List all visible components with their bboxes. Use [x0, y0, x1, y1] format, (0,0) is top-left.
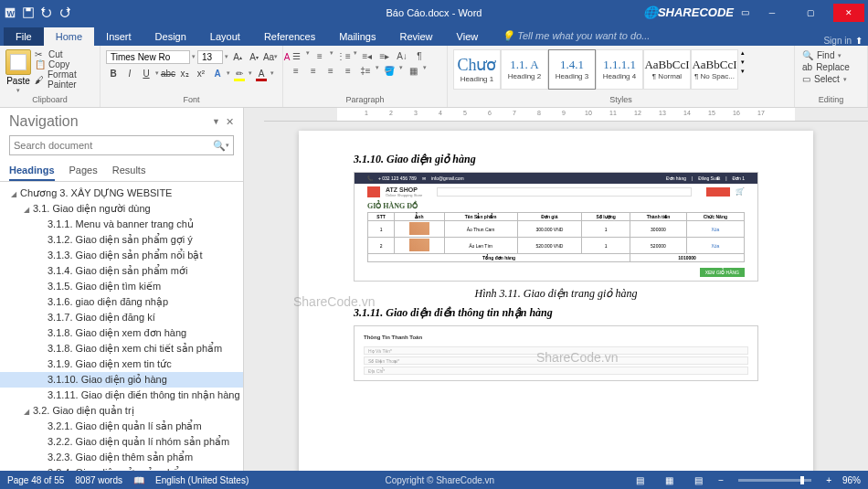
tree-item[interactable]: 3.1.7. Giao diện đăng kí: [0, 310, 243, 325]
superscript-button[interactable]: x²: [194, 66, 208, 80]
search-input[interactable]: [14, 140, 213, 151]
search-icon[interactable]: 🔍: [213, 140, 226, 152]
italic-button[interactable]: I: [122, 66, 137, 80]
nav-dropdown-icon[interactable]: ▼: [212, 117, 220, 126]
read-mode-icon[interactable]: ▤: [630, 473, 649, 486]
font-color-icon[interactable]: A: [254, 66, 269, 80]
tree-item[interactable]: 3.1.9. Giao diện xem tin tức: [0, 356, 243, 372]
nav-tree[interactable]: ◢Chương 3. XÂY DỰNG WEBSITE◢3.1. Giao di…: [0, 182, 243, 471]
increase-indent-icon[interactable]: ≡▸: [377, 49, 392, 62]
highlight-icon[interactable]: ✏: [232, 66, 247, 80]
justify-icon[interactable]: ≡: [341, 64, 355, 77]
undo-icon[interactable]: [40, 6, 53, 19]
tree-item[interactable]: ◢3.2. Giao diện quản trị: [0, 403, 243, 419]
align-left-icon[interactable]: ≡: [289, 64, 303, 77]
nav-tab-pages[interactable]: Pages: [69, 161, 98, 181]
status-language[interactable]: English (United States): [155, 475, 249, 485]
multilevel-icon[interactable]: ⋮≡: [336, 49, 351, 62]
maximize-button[interactable]: ▢: [795, 4, 826, 22]
tree-item[interactable]: 3.1.8. Giao diện xem chi tiết sản phẩm: [0, 341, 243, 356]
sign-in-placeholder[interactable]: Sign in: [823, 36, 852, 46]
tellme-search[interactable]: 💡 Tell me what you want to do...: [490, 27, 662, 46]
tab-file[interactable]: File: [4, 27, 44, 46]
format-painter-button[interactable]: 🖌Format Painter: [35, 69, 101, 90]
tree-item[interactable]: 3.1.3. Giao diện sản phẩm nổi bật: [0, 248, 243, 263]
change-case-icon[interactable]: Aa▾: [263, 49, 278, 64]
tree-item[interactable]: 3.1.1. Menu và banner trang chủ: [0, 217, 243, 232]
zoom-out-button[interactable]: −: [718, 475, 724, 485]
style--normal[interactable]: AaBbCcI¶ Normal: [643, 49, 691, 90]
line-spacing-icon[interactable]: ‡≡: [358, 64, 373, 77]
tree-item[interactable]: ◢3.1. Giao diện người dùng: [0, 201, 243, 217]
zoom-in-button[interactable]: +: [826, 475, 831, 485]
tree-item[interactable]: 3.1.11. Giao diện điền thông tin nhận hà…: [0, 388, 243, 403]
tab-mailings[interactable]: Mailings: [327, 27, 387, 46]
ribbon-display-icon[interactable]: ▭: [741, 7, 749, 17]
strike-button[interactable]: abc: [161, 66, 175, 80]
select-button[interactable]: ▭Select▾: [800, 73, 855, 85]
bold-button[interactable]: B: [106, 66, 121, 80]
minimize-button[interactable]: ─: [757, 4, 788, 22]
find-button[interactable]: 🔍Find▾: [800, 49, 855, 61]
web-layout-icon[interactable]: ▤: [689, 473, 707, 486]
print-layout-icon[interactable]: ▦: [660, 473, 678, 486]
tree-item[interactable]: 3.1.8. Giao diện xem đơn hàng: [0, 325, 243, 341]
tree-item[interactable]: 3.2.2. Giao diện quản lí nhóm sản phẩm: [0, 434, 243, 450]
tab-references[interactable]: References: [252, 27, 327, 46]
font-name-select[interactable]: Times New Ro: [106, 50, 190, 64]
styles-more-button[interactable]: ▴▾▾: [738, 49, 747, 75]
tree-item[interactable]: ◢Chương 3. XÂY DỰNG WEBSITE: [0, 186, 243, 201]
tree-item[interactable]: 3.2.3. Giao diện thêm sản phẩm: [0, 450, 243, 465]
borders-icon[interactable]: ▦: [406, 64, 420, 77]
tree-item[interactable]: 3.1.6. giao diện đăng nhập: [0, 294, 243, 310]
nav-tab-headings[interactable]: Headings: [9, 161, 55, 181]
document-view[interactable]: 1234567891011121314151617 3.1.10. Giao d…: [244, 108, 868, 471]
zoom-level[interactable]: 96%: [842, 475, 861, 485]
font-size-select[interactable]: 13: [197, 50, 223, 64]
tab-design[interactable]: Design: [143, 27, 198, 46]
tab-review[interactable]: Review: [388, 27, 445, 46]
bullets-icon[interactable]: ☰: [289, 49, 303, 62]
replace-button[interactable]: abReplace: [800, 61, 855, 73]
share-button[interactable]: ⬆: [855, 36, 863, 46]
subscript-button[interactable]: x₂: [177, 66, 192, 80]
show-marks-icon[interactable]: ¶: [412, 49, 427, 62]
shrink-font-icon[interactable]: A▾: [247, 49, 261, 64]
grow-font-icon[interactable]: A▴: [230, 49, 245, 64]
underline-button[interactable]: U: [139, 66, 153, 80]
save-icon[interactable]: [22, 6, 35, 19]
style-heading-2[interactable]: 1.1. AHeading 2: [501, 49, 548, 90]
tree-item[interactable]: 3.2.4. Giao diện sửa sản phẩm: [0, 465, 243, 471]
zoom-slider[interactable]: [738, 479, 811, 482]
numbering-icon[interactable]: ≡: [312, 49, 327, 62]
copy-button[interactable]: 📋Copy: [35, 59, 101, 69]
tree-item[interactable]: 3.1.5. Giao diện tìm kiếm: [0, 279, 243, 294]
align-right-icon[interactable]: ≡: [323, 64, 338, 77]
spell-check-icon[interactable]: 📖: [133, 475, 144, 485]
cut-button[interactable]: ✂Cut: [35, 49, 101, 59]
nav-search-box[interactable]: 🔍 ▾: [9, 135, 234, 155]
tree-item[interactable]: 3.1.10. Giao diện giỏ hàng: [0, 372, 243, 388]
page[interactable]: 3.1.10. Giao diện giỏ hàng 📞+ 032 123 45…: [299, 131, 813, 471]
ruler[interactable]: 1234567891011121314151617: [264, 108, 868, 122]
sort-icon[interactable]: A↓: [395, 49, 409, 62]
style-heading-4[interactable]: 1.1.1.1Heading 4: [596, 49, 643, 90]
tab-insert[interactable]: Insert: [94, 27, 143, 46]
tab-layout[interactable]: Layout: [198, 27, 252, 46]
tree-item[interactable]: 3.1.2. Giao diện sản phẩm gợi ý: [0, 232, 243, 248]
nav-tab-results[interactable]: Results: [112, 161, 146, 181]
style-heading-1[interactable]: ChươHeading 1: [453, 49, 501, 90]
align-center-icon[interactable]: ≡: [306, 64, 321, 77]
tab-view[interactable]: View: [445, 27, 491, 46]
style-heading-3[interactable]: 1.4.1Heading 3: [548, 49, 596, 90]
status-page[interactable]: Page 48 of 55: [7, 475, 64, 485]
tree-item[interactable]: 3.2.1. Giao diện quản lí sản phẩm: [0, 419, 243, 434]
style--no-spac-[interactable]: AaBbCcI¶ No Spac...: [691, 49, 738, 90]
nav-close-icon[interactable]: ✕: [226, 116, 234, 128]
paste-button[interactable]: Paste ▾: [5, 49, 31, 94]
redo-icon[interactable]: [58, 6, 71, 19]
shading-icon[interactable]: 🪣: [382, 64, 397, 77]
tree-item[interactable]: 3.1.4. Giao diện sản phẩm mới: [0, 263, 243, 279]
status-words[interactable]: 8087 words: [75, 475, 122, 485]
text-effects-icon[interactable]: A: [210, 66, 225, 80]
